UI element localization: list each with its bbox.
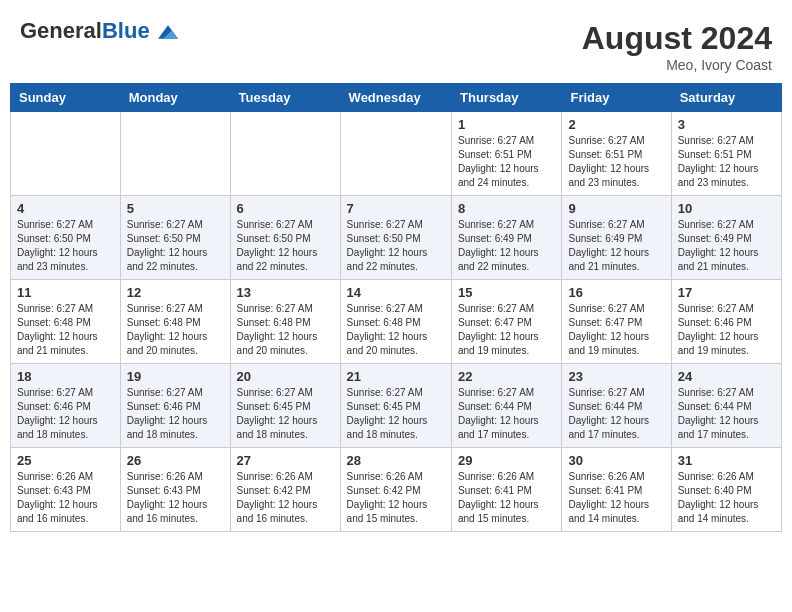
calendar-cell: 25Sunrise: 6:26 AMSunset: 6:43 PMDayligh… bbox=[11, 448, 121, 532]
day-number: 12 bbox=[127, 285, 224, 300]
day-info: Sunrise: 6:27 AMSunset: 6:49 PMDaylight:… bbox=[568, 218, 664, 274]
calendar-cell: 16Sunrise: 6:27 AMSunset: 6:47 PMDayligh… bbox=[562, 280, 671, 364]
calendar-cell: 17Sunrise: 6:27 AMSunset: 6:46 PMDayligh… bbox=[671, 280, 781, 364]
logo-text: GeneralBlue bbox=[20, 20, 178, 42]
day-info: Sunrise: 6:26 AMSunset: 6:41 PMDaylight:… bbox=[458, 470, 555, 526]
calendar-cell: 28Sunrise: 6:26 AMSunset: 6:42 PMDayligh… bbox=[340, 448, 451, 532]
calendar-header-wednesday: Wednesday bbox=[340, 84, 451, 112]
day-number: 4 bbox=[17, 201, 114, 216]
logo-blue: Blue bbox=[102, 18, 150, 43]
day-info: Sunrise: 6:26 AMSunset: 6:41 PMDaylight:… bbox=[568, 470, 664, 526]
day-number: 17 bbox=[678, 285, 775, 300]
day-info: Sunrise: 6:27 AMSunset: 6:50 PMDaylight:… bbox=[347, 218, 445, 274]
day-number: 25 bbox=[17, 453, 114, 468]
calendar-cell: 4Sunrise: 6:27 AMSunset: 6:50 PMDaylight… bbox=[11, 196, 121, 280]
calendar-cell bbox=[120, 112, 230, 196]
calendar-cell: 22Sunrise: 6:27 AMSunset: 6:44 PMDayligh… bbox=[452, 364, 562, 448]
calendar-cell: 19Sunrise: 6:27 AMSunset: 6:46 PMDayligh… bbox=[120, 364, 230, 448]
day-number: 30 bbox=[568, 453, 664, 468]
calendar-cell: 29Sunrise: 6:26 AMSunset: 6:41 PMDayligh… bbox=[452, 448, 562, 532]
calendar-cell: 21Sunrise: 6:27 AMSunset: 6:45 PMDayligh… bbox=[340, 364, 451, 448]
day-info: Sunrise: 6:27 AMSunset: 6:45 PMDaylight:… bbox=[347, 386, 445, 442]
day-number: 1 bbox=[458, 117, 555, 132]
day-info: Sunrise: 6:26 AMSunset: 6:43 PMDaylight:… bbox=[17, 470, 114, 526]
day-number: 14 bbox=[347, 285, 445, 300]
calendar-cell: 13Sunrise: 6:27 AMSunset: 6:48 PMDayligh… bbox=[230, 280, 340, 364]
day-info: Sunrise: 6:27 AMSunset: 6:44 PMDaylight:… bbox=[458, 386, 555, 442]
calendar-cell: 5Sunrise: 6:27 AMSunset: 6:50 PMDaylight… bbox=[120, 196, 230, 280]
calendar-cell: 11Sunrise: 6:27 AMSunset: 6:48 PMDayligh… bbox=[11, 280, 121, 364]
page-header: GeneralBlue August 2024 Meo, Ivory Coast bbox=[10, 10, 782, 78]
calendar-cell: 20Sunrise: 6:27 AMSunset: 6:45 PMDayligh… bbox=[230, 364, 340, 448]
day-number: 7 bbox=[347, 201, 445, 216]
day-info: Sunrise: 6:27 AMSunset: 6:44 PMDaylight:… bbox=[568, 386, 664, 442]
day-number: 8 bbox=[458, 201, 555, 216]
calendar-header-thursday: Thursday bbox=[452, 84, 562, 112]
day-info: Sunrise: 6:26 AMSunset: 6:40 PMDaylight:… bbox=[678, 470, 775, 526]
calendar-week-row: 1Sunrise: 6:27 AMSunset: 6:51 PMDaylight… bbox=[11, 112, 782, 196]
day-info: Sunrise: 6:26 AMSunset: 6:42 PMDaylight:… bbox=[237, 470, 334, 526]
month-year: August 2024 bbox=[582, 20, 772, 57]
calendar-cell: 18Sunrise: 6:27 AMSunset: 6:46 PMDayligh… bbox=[11, 364, 121, 448]
calendar-cell bbox=[230, 112, 340, 196]
day-number: 24 bbox=[678, 369, 775, 384]
location: Meo, Ivory Coast bbox=[582, 57, 772, 73]
calendar-cell: 27Sunrise: 6:26 AMSunset: 6:42 PMDayligh… bbox=[230, 448, 340, 532]
day-info: Sunrise: 6:27 AMSunset: 6:49 PMDaylight:… bbox=[458, 218, 555, 274]
calendar-cell: 3Sunrise: 6:27 AMSunset: 6:51 PMDaylight… bbox=[671, 112, 781, 196]
day-info: Sunrise: 6:27 AMSunset: 6:48 PMDaylight:… bbox=[17, 302, 114, 358]
calendar-cell: 15Sunrise: 6:27 AMSunset: 6:47 PMDayligh… bbox=[452, 280, 562, 364]
calendar-cell: 26Sunrise: 6:26 AMSunset: 6:43 PMDayligh… bbox=[120, 448, 230, 532]
day-number: 16 bbox=[568, 285, 664, 300]
day-number: 23 bbox=[568, 369, 664, 384]
day-number: 20 bbox=[237, 369, 334, 384]
day-info: Sunrise: 6:27 AMSunset: 6:48 PMDaylight:… bbox=[347, 302, 445, 358]
day-number: 15 bbox=[458, 285, 555, 300]
day-number: 21 bbox=[347, 369, 445, 384]
calendar-cell: 8Sunrise: 6:27 AMSunset: 6:49 PMDaylight… bbox=[452, 196, 562, 280]
day-info: Sunrise: 6:27 AMSunset: 6:46 PMDaylight:… bbox=[17, 386, 114, 442]
day-info: Sunrise: 6:27 AMSunset: 6:50 PMDaylight:… bbox=[237, 218, 334, 274]
day-info: Sunrise: 6:27 AMSunset: 6:51 PMDaylight:… bbox=[458, 134, 555, 190]
day-info: Sunrise: 6:27 AMSunset: 6:47 PMDaylight:… bbox=[568, 302, 664, 358]
day-number: 11 bbox=[17, 285, 114, 300]
day-number: 31 bbox=[678, 453, 775, 468]
day-info: Sunrise: 6:27 AMSunset: 6:46 PMDaylight:… bbox=[678, 302, 775, 358]
calendar-header-monday: Monday bbox=[120, 84, 230, 112]
calendar-cell: 2Sunrise: 6:27 AMSunset: 6:51 PMDaylight… bbox=[562, 112, 671, 196]
day-number: 26 bbox=[127, 453, 224, 468]
day-number: 22 bbox=[458, 369, 555, 384]
day-number: 13 bbox=[237, 285, 334, 300]
calendar-week-row: 25Sunrise: 6:26 AMSunset: 6:43 PMDayligh… bbox=[11, 448, 782, 532]
calendar-header-sunday: Sunday bbox=[11, 84, 121, 112]
calendar-cell: 24Sunrise: 6:27 AMSunset: 6:44 PMDayligh… bbox=[671, 364, 781, 448]
logo-general: General bbox=[20, 18, 102, 43]
day-number: 18 bbox=[17, 369, 114, 384]
day-info: Sunrise: 6:27 AMSunset: 6:51 PMDaylight:… bbox=[568, 134, 664, 190]
day-info: Sunrise: 6:26 AMSunset: 6:43 PMDaylight:… bbox=[127, 470, 224, 526]
day-info: Sunrise: 6:27 AMSunset: 6:45 PMDaylight:… bbox=[237, 386, 334, 442]
logo: GeneralBlue bbox=[20, 20, 178, 42]
calendar-cell: 31Sunrise: 6:26 AMSunset: 6:40 PMDayligh… bbox=[671, 448, 781, 532]
day-number: 2 bbox=[568, 117, 664, 132]
calendar-cell: 12Sunrise: 6:27 AMSunset: 6:48 PMDayligh… bbox=[120, 280, 230, 364]
calendar-cell bbox=[340, 112, 451, 196]
day-number: 5 bbox=[127, 201, 224, 216]
day-info: Sunrise: 6:27 AMSunset: 6:44 PMDaylight:… bbox=[678, 386, 775, 442]
day-number: 29 bbox=[458, 453, 555, 468]
day-info: Sunrise: 6:27 AMSunset: 6:48 PMDaylight:… bbox=[127, 302, 224, 358]
day-number: 27 bbox=[237, 453, 334, 468]
calendar-cell: 14Sunrise: 6:27 AMSunset: 6:48 PMDayligh… bbox=[340, 280, 451, 364]
calendar-week-row: 4Sunrise: 6:27 AMSunset: 6:50 PMDaylight… bbox=[11, 196, 782, 280]
day-info: Sunrise: 6:27 AMSunset: 6:51 PMDaylight:… bbox=[678, 134, 775, 190]
day-number: 3 bbox=[678, 117, 775, 132]
calendar-cell: 10Sunrise: 6:27 AMSunset: 6:49 PMDayligh… bbox=[671, 196, 781, 280]
calendar-week-row: 18Sunrise: 6:27 AMSunset: 6:46 PMDayligh… bbox=[11, 364, 782, 448]
calendar-cell bbox=[11, 112, 121, 196]
day-info: Sunrise: 6:27 AMSunset: 6:50 PMDaylight:… bbox=[17, 218, 114, 274]
day-info: Sunrise: 6:27 AMSunset: 6:48 PMDaylight:… bbox=[237, 302, 334, 358]
title-block: August 2024 Meo, Ivory Coast bbox=[582, 20, 772, 73]
calendar-cell: 7Sunrise: 6:27 AMSunset: 6:50 PMDaylight… bbox=[340, 196, 451, 280]
calendar-cell: 23Sunrise: 6:27 AMSunset: 6:44 PMDayligh… bbox=[562, 364, 671, 448]
calendar-header-saturday: Saturday bbox=[671, 84, 781, 112]
